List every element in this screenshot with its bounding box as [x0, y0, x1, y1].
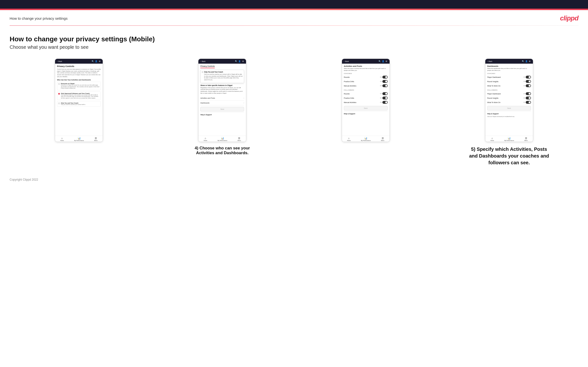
phone4-save-btn[interactable]: Save	[487, 106, 531, 110]
phone3-perf-icon: 📊	[364, 137, 367, 140]
phone4-search-icon[interactable]: 🔍	[522, 60, 524, 62]
phone4-followers-roundinsights-toggle[interactable]	[526, 97, 531, 100]
page-heading: How to change your privacy settings (Mob…	[10, 35, 578, 43]
phone2-perf-tab[interactable]: 📊 My Performance	[218, 137, 227, 141]
phone2-user-icon[interactable]: 👤	[238, 60, 241, 62]
phone3-back-label[interactable]: Back	[345, 60, 349, 62]
phone1-perf-tab[interactable]: 📊 My Performance	[74, 137, 84, 141]
phone4-coaches-roundinsights-toggle[interactable]	[526, 80, 531, 83]
caption5: 5) Specify which Activities, Posts and D…	[468, 146, 550, 166]
phone3-perf-tab[interactable]: 📊 My Performance	[361, 137, 371, 141]
phone3-coaches-drills-toggle[interactable]	[382, 80, 388, 83]
phone4-body: Dashboards Select the dashboards that yo…	[485, 64, 533, 136]
phone3-coaches-row2: Practice Drills ON	[344, 79, 388, 83]
phone4-coaches-row1: Player Dashboard ON	[487, 75, 531, 79]
phone1-perf-label: My Performance	[74, 140, 84, 141]
phone3-followers-rounds-toggle[interactable]	[382, 92, 388, 95]
phone3-coaches-manual-label: Manual Activities	[344, 85, 356, 87]
footer: Copyright Clippd 2022	[0, 173, 588, 186]
phone2-nav: ‹ Back 🔍 👤 ⚙	[199, 59, 246, 64]
phone3-menu-tab[interactable]: ☰ Menu	[381, 137, 384, 141]
phone3-home-tab[interactable]: ⌂ Home	[347, 137, 351, 141]
phone1-option1[interactable]: Everyone on Clippd Everyone on Clippd ca…	[57, 82, 101, 90]
phone1-menu-icon[interactable]: ⚙	[98, 60, 101, 62]
phone1-menu-tab[interactable]: ☰ Menu	[94, 137, 98, 141]
phone1-radio3[interactable]	[58, 103, 60, 104]
phone1-bottom: ⌂ Home 📊 My Performance ☰ Menu	[55, 136, 103, 142]
phone4-back-label[interactable]: Back	[489, 60, 493, 62]
phone3-followers-manual-toggle[interactable]	[382, 101, 388, 104]
phone1-user-icon[interactable]: 👤	[95, 60, 97, 62]
phone4-home-label: Home	[490, 140, 494, 141]
phone1-menu-icon-b: ☰	[95, 137, 97, 140]
phone4-coaches-workOn-toggle[interactable]	[526, 84, 531, 87]
phone4-coaches-playerdash-toggle[interactable]	[526, 76, 531, 79]
phone4-perf-tab[interactable]: 📊 My Performance	[504, 137, 514, 141]
header: How to change your privacy settings clip…	[0, 10, 588, 25]
phone1-radio1[interactable]	[58, 83, 60, 85]
phone1-back-label[interactable]: Back	[59, 60, 62, 62]
phone2-menu-row1[interactable]: Activities and Posts ›	[200, 96, 244, 101]
phone1-radio2[interactable]	[58, 93, 60, 95]
phone2-tab[interactable]: Privacy Controls	[200, 65, 215, 68]
phone3-followers-section: FOLLOWERS Rounds ON Practice Drills ON	[344, 89, 388, 104]
phone4-followers-playerdash-toggle[interactable]	[526, 92, 531, 95]
phone2-bottom: ⌂ Home 📊 My Performance ☰ Menu	[199, 136, 246, 142]
phone2-perf-icon: 📊	[221, 137, 224, 140]
phone4-desc: Select the dashboards that you'd like to…	[487, 68, 531, 71]
phone3-coaches-manual-toggle[interactable]	[382, 84, 388, 87]
phone4-perf-icon: 📊	[508, 137, 510, 140]
phone3-coaches-row1: Rounds ON	[344, 75, 388, 79]
phone4-menu-icon[interactable]: ⚙	[529, 60, 531, 62]
phone2-menu-icon[interactable]: ⚙	[242, 60, 244, 62]
phone2-menu-row2[interactable]: Dashboards ›	[200, 101, 244, 105]
phone1-search-icon[interactable]: 🔍	[92, 60, 94, 62]
phone4-coaches-roundinsights-label: Round Insights	[487, 81, 499, 82]
phone4-bottom: ⌂ Home 📊 My Performance ☰ Menu	[485, 136, 533, 142]
phone2-home-tab[interactable]: ⌂ Home	[204, 137, 207, 141]
phone3-save-btn[interactable]: Save	[344, 106, 388, 110]
phone4-home-icon: ⌂	[492, 137, 493, 140]
phone4-followers-roundinsights-label: Round Insights	[487, 97, 499, 99]
screenshots-row: ‹ Back 🔍 👤 ⚙ Privacy Controls Control ho…	[10, 58, 578, 166]
phone2-mock: ‹ Back 🔍 👤 ⚙ Privacy Controls	[198, 58, 246, 142]
phone3-coaches-rounds-toggle[interactable]	[382, 76, 388, 79]
phone3-nav: ‹ Back 🔍 👤 ⚙	[342, 59, 389, 64]
phone4-followers-row1: Player Dashboard ON	[487, 92, 531, 96]
phone3-user-icon[interactable]: 👤	[382, 60, 384, 62]
phone4-followers-workOn-toggle[interactable]	[526, 101, 531, 104]
phone2-menu-tab[interactable]: ☰ Menu	[238, 137, 241, 141]
phone2-back-label[interactable]: Back	[202, 60, 206, 62]
phone1-home-tab[interactable]: ⌂ Home	[60, 137, 64, 141]
phone4-followers-playerdash-label: Player Dashboard	[487, 93, 501, 95]
phone4-user-icon[interactable]: 👤	[525, 60, 528, 62]
phone4-home-tab[interactable]: ⌂ Home	[490, 137, 494, 141]
phone2-menu1-label: Activities and Posts	[200, 97, 215, 99]
phone3-nav-left: ‹ Back	[344, 60, 349, 62]
phone2-group: ‹ Back 🔍 👤 ⚙ Privacy Controls	[153, 58, 292, 155]
phone4-nav-left: ‹ Back	[487, 60, 492, 62]
phone2-menu-icon-b: ☰	[238, 137, 240, 140]
phone4-perf-label: My Performance	[504, 140, 514, 141]
phone2-back-chevron: ‹	[200, 60, 201, 62]
phone1-option3[interactable]: Only You and Your Coach Only you and the…	[57, 101, 101, 107]
phone2-popup-title: Only You and Your Coach	[204, 71, 243, 73]
phone3-desc: Select the types of activity that you'd …	[344, 68, 388, 71]
phone3-body: Activities and Posts Select the types of…	[342, 64, 389, 136]
phone2-search-icon[interactable]: 🔍	[235, 60, 237, 62]
phone3-followers-drills-toggle[interactable]	[382, 97, 388, 100]
phone1-option2[interactable]: Only Approved Followers and Your Coach O…	[57, 92, 101, 100]
phone3-menu-icon[interactable]: ⚙	[385, 60, 388, 62]
phone4-menu-tab[interactable]: ☰ Menu	[525, 137, 528, 141]
phone2-save-btn[interactable]: Save	[200, 107, 244, 111]
phone3-back-chevron: ‹	[344, 60, 345, 62]
phone4-nav-right: 🔍 👤 ⚙	[522, 60, 531, 62]
phone2-menu-label: Menu	[238, 140, 241, 141]
phone1-body: Privacy Controls Control how you and you…	[55, 64, 103, 136]
phone4-coaches-header: COACHES	[487, 73, 531, 74]
phone3-search-icon[interactable]: 🔍	[379, 60, 381, 62]
phone2-showhide-title: Show or hide specific features in Clippd	[200, 84, 244, 86]
phone4-coaches-section: COACHES Player Dashboard ON Round Insigh…	[487, 73, 531, 88]
phone4-title: Dashboards	[487, 65, 531, 67]
phone3-coaches-header: COACHES	[344, 73, 388, 74]
